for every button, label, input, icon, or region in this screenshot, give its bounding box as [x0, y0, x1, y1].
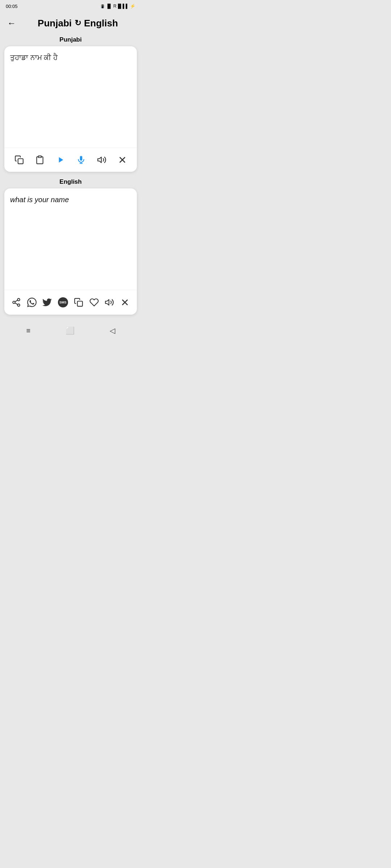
like-button[interactable]: [87, 295, 101, 309]
target-copy-button[interactable]: [72, 295, 85, 309]
bottom-nav: ≡ ⬜ ◁: [0, 320, 141, 341]
target-card-actions: SMS: [4, 290, 137, 315]
share-button[interactable]: [9, 295, 23, 309]
target-section-label: English: [0, 176, 141, 188]
target-speaker-button[interactable]: [102, 295, 116, 309]
source-input-text[interactable]: ਤੁਹਾਡਾ ਨਾਮ ਕੀ ਹੈ: [4, 46, 137, 148]
whatsapp-button[interactable]: [25, 295, 39, 309]
source-card-actions: [4, 148, 137, 172]
svg-rect-12: [77, 301, 83, 306]
svg-rect-0: [18, 159, 23, 164]
status-icons: 📳 ▐▌ R▐▌▌▌ ⚡: [100, 4, 135, 9]
app-header: ← Punjabi ↻ English: [0, 12, 141, 34]
vibrate-icon: 📳: [100, 4, 105, 8]
nav-menu-button[interactable]: ≡: [26, 327, 30, 335]
status-bar: 00:05 📳 ▐▌ R▐▌▌▌ ⚡: [0, 0, 141, 12]
svg-line-11: [15, 300, 18, 302]
copy-button[interactable]: [12, 153, 26, 167]
back-button[interactable]: ←: [6, 17, 17, 30]
svg-marker-13: [105, 299, 109, 305]
clipboard-button[interactable]: [33, 153, 47, 167]
source-language-label: Punjabi: [38, 18, 72, 29]
header-title: Punjabi ↻ English: [20, 18, 135, 29]
source-clear-button[interactable]: [115, 153, 129, 167]
translated-text: what is your name: [4, 188, 137, 290]
target-language-label: English: [84, 18, 118, 29]
source-input-card: ਤੁਹਾਡਾ ਨਾਮ ਕੀ ਹੈ: [4, 46, 137, 172]
twitter-button[interactable]: [40, 295, 54, 309]
source-section-label: Punjabi: [0, 34, 141, 46]
nav-back-button[interactable]: ◁: [110, 326, 115, 335]
target-clear-button[interactable]: [118, 295, 132, 309]
mic-button[interactable]: [74, 153, 88, 167]
signal-icons: ▐▌ R▐▌▌▌ ⚡: [106, 4, 135, 9]
translate-button[interactable]: [54, 153, 67, 167]
section-gap: [0, 172, 141, 176]
target-translation-card: what is your name: [4, 188, 137, 315]
svg-marker-4: [98, 157, 101, 162]
source-speaker-button[interactable]: [95, 153, 109, 167]
spacer: [0, 315, 141, 320]
swap-languages-icon[interactable]: ↻: [75, 18, 81, 28]
status-time: 00:05: [6, 4, 18, 9]
sms-button[interactable]: SMS: [56, 295, 70, 310]
svg-line-10: [15, 303, 18, 305]
svg-rect-1: [38, 156, 41, 157]
nav-home-button[interactable]: ⬜: [66, 326, 75, 335]
